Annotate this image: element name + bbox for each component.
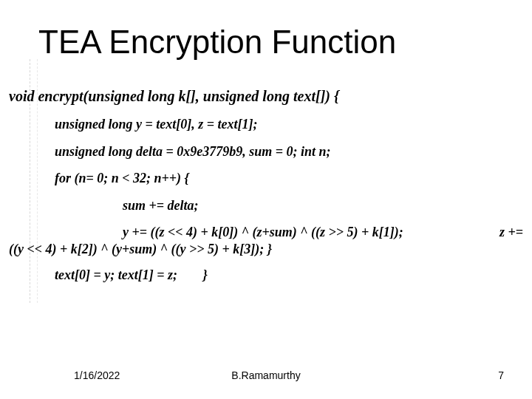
footer-author: B.Ramamurthy (0, 369, 532, 381)
code-block: void encrypt(unsigned long k[], unsigned… (9, 87, 523, 283)
code-for-loop: for (n= 0; n < 32; n++) { (55, 170, 523, 187)
code-function-signature: void encrypt(unsigned long k[], unsigned… (9, 87, 523, 106)
code-sum-line: sum += delta; (123, 197, 523, 214)
code-declaration-2: unsigned long delta = 0x9e3779b9, sum = … (55, 143, 523, 160)
slide-title: TEA Encryption Function (38, 24, 396, 61)
code-wrapped-block: y += ((z << 4) + k[0]) ^ (z+sum) ^ ((z >… (9, 224, 523, 257)
code-wrap-row1-main: y += ((z << 4) + k[0]) ^ (z+sum) ^ ((z >… (123, 225, 403, 239)
code-assign-text: text[0] = y; text[1] = z; (55, 267, 177, 282)
code-assign-line: text[0] = y; text[1] = z; } (55, 267, 523, 283)
code-wrap-row1-tail: z += (499, 224, 523, 241)
code-wrap-row2: ((y << 4) + k[2]) ^ (y+sum) ^ ((y >> 5) … (9, 241, 523, 258)
code-declaration-1: unsigned long y = text[0], z = text[1]; (55, 116, 523, 133)
code-closing-brace: } (202, 267, 207, 282)
slide: TEA Encryption Function void encrypt(uns… (0, 0, 532, 399)
footer-page-number: 7 (498, 369, 504, 381)
